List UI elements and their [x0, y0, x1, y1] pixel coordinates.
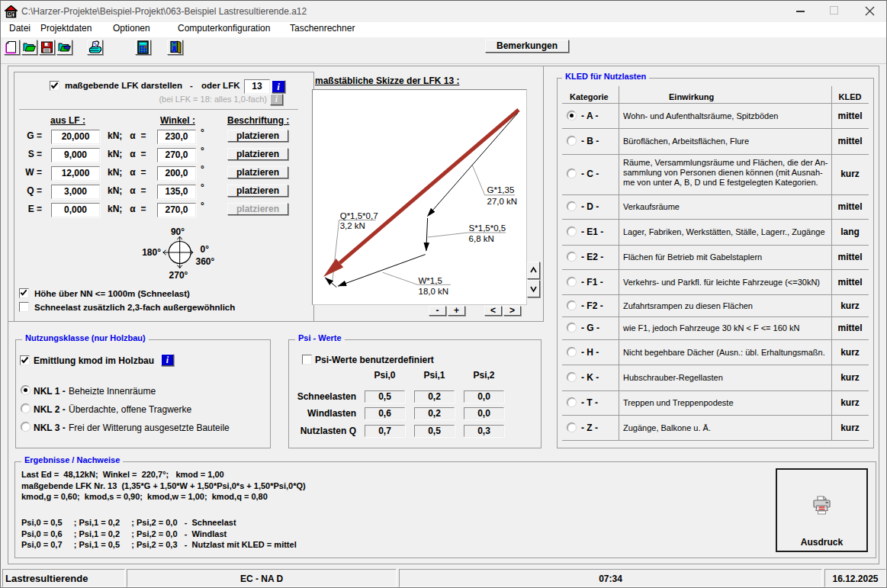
svg-text:360°: 360°	[196, 256, 215, 267]
svg-text:6,8 kN: 6,8 kN	[469, 234, 494, 243]
svg-text:180°: 180°	[142, 247, 161, 258]
svg-text:18,0 kN: 18,0 kN	[419, 287, 449, 296]
svg-text:Q*1,5*0,7: Q*1,5*0,7	[340, 211, 378, 220]
svg-text:W*1,5: W*1,5	[419, 276, 442, 285]
svg-text:S*1,5*0,5: S*1,5*0,5	[469, 223, 506, 233]
svg-text:G*1,35: G*1,35	[487, 185, 515, 194]
svg-text:270°: 270°	[169, 270, 188, 281]
svg-text:0°: 0°	[201, 244, 210, 255]
svg-text:27,0 kN: 27,0 kN	[487, 197, 518, 206]
svg-text:3,2 kN: 3,2 kN	[340, 221, 365, 230]
svg-text:90°: 90°	[171, 227, 185, 237]
